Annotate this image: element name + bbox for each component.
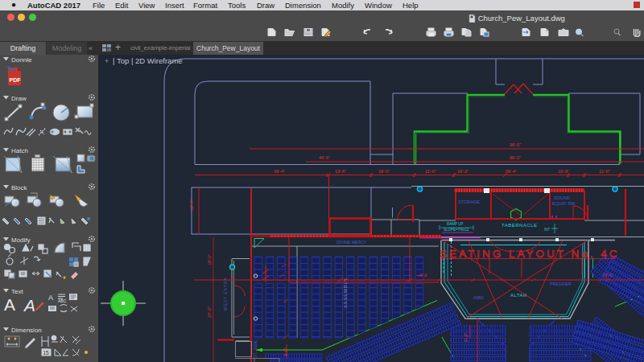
svg-text:11'-0": 11'-0" xyxy=(599,169,610,174)
svg-text:86'-0": 86'-0" xyxy=(510,155,521,160)
svg-text:ASSEMBLY: ASSEMBLY xyxy=(343,278,348,308)
svg-text:Hatch: Hatch xyxy=(11,147,28,154)
svg-text:ANBO: ANBO xyxy=(473,296,484,300)
svg-text:EQUIP. RM.: EQUIP. RM. xyxy=(552,201,576,206)
svg-text:9'-6": 9'-6" xyxy=(283,348,288,356)
svg-text:15: 15 xyxy=(43,350,50,356)
svg-text:ST. JUDE: ST. JUDE xyxy=(253,339,258,358)
svg-text:Block: Block xyxy=(11,184,28,191)
svg-text:46'-6": 46'-6" xyxy=(319,155,330,160)
svg-text:11'-6": 11'-6" xyxy=(425,169,436,174)
svg-text:24'-0": 24'-0" xyxy=(207,306,212,318)
svg-text:DIVINE MERCY: DIVINE MERCY xyxy=(336,240,367,245)
svg-text:TABERNACLE: TABERNACLE xyxy=(502,223,538,228)
svg-text:PRESIDER: PRESIDER xyxy=(550,282,572,286)
svg-text:A: A xyxy=(4,295,15,314)
svg-text:+6'-0: +6'-0 xyxy=(602,273,612,278)
svg-text:Dimension: Dimension xyxy=(11,327,42,334)
svg-text:WEST ENTRY: WEST ENTRY xyxy=(223,277,228,311)
svg-text:16'-0": 16'-0" xyxy=(378,169,390,174)
svg-text:13'-6": 13'-6" xyxy=(335,169,346,174)
svg-text:+: + xyxy=(105,57,109,65)
svg-text:18'-4": 18'-4" xyxy=(189,200,194,211)
svg-text:SOUND: SOUND xyxy=(554,195,570,200)
svg-text:96'-0": 96'-0" xyxy=(510,142,521,147)
svg-text:Donnie: Donnie xyxy=(11,56,32,64)
svg-text:| Top | 2D Wireframe: | Top | 2D Wireframe xyxy=(113,56,183,65)
svg-text:RAMP UP: RAMP UP xyxy=(447,222,463,226)
svg-text:16'-0": 16'-0" xyxy=(207,254,212,265)
svg-text:56'-4": 56'-4" xyxy=(506,169,517,174)
svg-text:STORAGE: STORAGE xyxy=(458,200,480,204)
svg-text:Draw: Draw xyxy=(11,95,27,102)
svg-text:INT: INT xyxy=(544,228,551,232)
svg-text:A: A xyxy=(23,296,35,315)
svg-text:A: A xyxy=(48,294,53,302)
svg-text:ABC: ABC xyxy=(58,298,67,303)
svg-text:+6'-0: +6'-0 xyxy=(417,273,427,278)
svg-text:PDF: PDF xyxy=(10,77,22,83)
svg-text:Text: Text xyxy=(11,288,23,295)
svg-text:SLOPE=7%x12: SLOPE=7%x12 xyxy=(444,228,469,232)
svg-text:39'-4": 39'-4" xyxy=(274,169,285,174)
svg-text:10'-8": 10'-8" xyxy=(558,169,569,174)
svg-text:SEATING LAYOUT No. 4C: SEATING LAYOUT No. 4C xyxy=(440,248,620,260)
svg-text:5'-2": 5'-2" xyxy=(464,333,469,342)
svg-text:Modify: Modify xyxy=(11,237,31,244)
svg-text:16'-2": 16'-2" xyxy=(457,169,469,174)
